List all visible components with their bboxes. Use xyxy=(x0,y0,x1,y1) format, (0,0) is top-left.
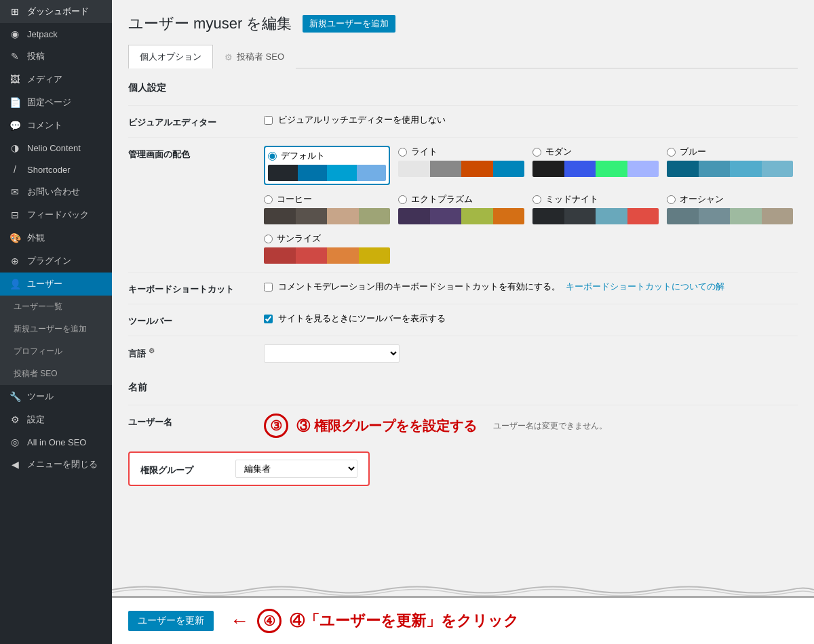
sidebar-item-jetpack[interactable]: ◉ Jetpack xyxy=(0,23,112,45)
section-personal-settings: 個人設定 xyxy=(128,82,798,94)
tab-personal[interactable]: 個人オプション xyxy=(128,45,213,68)
language-icon: ⚙ xyxy=(149,347,155,355)
sidebar-item-pages[interactable]: 📄 固定ページ xyxy=(0,91,112,114)
settings-icon: ⚙ xyxy=(8,414,22,425)
midnight-swatches xyxy=(532,208,659,224)
light-swatches xyxy=(398,161,524,177)
color-scheme-blue[interactable]: ブルー xyxy=(667,146,793,185)
tools-icon: 🔧 xyxy=(8,391,22,402)
toolbar-label: ツールバー xyxy=(128,313,264,327)
color-scheme-ocean-radio[interactable] xyxy=(667,195,676,204)
update-user-button[interactable]: ユーザーを更新 xyxy=(128,611,214,631)
color-scheme-default-radio[interactable] xyxy=(268,152,277,161)
color-scheme-modern[interactable]: モダン xyxy=(532,146,659,185)
comments-icon: 💬 xyxy=(8,120,22,131)
pages-icon: 📄 xyxy=(8,97,22,108)
visual-editor-control: ビジュアルリッチエディターを使用しない xyxy=(264,114,798,126)
sidebar-item-user-list[interactable]: ユーザー一覧 xyxy=(0,296,112,318)
blue-swatches xyxy=(667,161,793,177)
tab-seo[interactable]: ⚙ 投稿者 SEO xyxy=(213,45,296,68)
sidebar-item-aioseo[interactable]: ◎ All in One SEO xyxy=(0,431,112,453)
color-scheme-coffee[interactable]: コーヒー xyxy=(264,193,390,224)
sidebar-item-feedback[interactable]: ⊟ フィードバック xyxy=(0,203,112,226)
color-scheme-midnight[interactable]: ミッドナイト xyxy=(532,193,659,224)
language-select[interactable]: サイトデフォルト 日本語 English xyxy=(264,344,400,363)
coffee-swatches xyxy=(264,208,390,224)
visual-editor-checkbox[interactable] xyxy=(264,116,273,125)
ocean-swatches xyxy=(667,208,793,224)
page-title: ユーザー myuser を編集 xyxy=(128,14,292,34)
toolbar-checkbox[interactable] xyxy=(264,315,273,323)
color-scheme-ectoplasm-radio[interactable] xyxy=(398,195,407,204)
visual-editor-checkbox-label[interactable]: ビジュアルリッチエディターを使用しない xyxy=(264,114,798,126)
keyboard-label: キーボードショートカット xyxy=(128,281,264,296)
color-scheme-ocean[interactable]: オーシャン xyxy=(667,193,793,224)
color-scheme-sunrise-radio[interactable] xyxy=(264,235,273,243)
color-scheme-ectoplasm[interactable]: エクトプラズム xyxy=(398,193,524,224)
role-select[interactable]: 編集者 管理者 著者 寄稿者 購読者 xyxy=(235,460,357,478)
posts-icon: ✎ xyxy=(8,51,22,62)
toolbar-row: ツールバー サイトを見るときにツールバーを表示する xyxy=(128,304,798,336)
keyboard-help-link[interactable]: キーボードショートカットについての解 xyxy=(566,281,724,293)
sidebar-item-plugins[interactable]: ⊕ プラグイン xyxy=(0,249,112,273)
color-scheme-light[interactable]: ライト xyxy=(398,146,524,185)
role-control: 編集者 管理者 著者 寄稿者 購読者 xyxy=(235,460,357,478)
color-scheme-coffee-radio[interactable] xyxy=(264,195,273,204)
role-label: 権限グループ xyxy=(140,462,222,477)
annotation-step4-badge: ④ xyxy=(257,609,282,633)
username-label: ユーザー名 xyxy=(128,414,264,428)
sidebar-item-dashboard[interactable]: ⊞ ダッシュボード xyxy=(0,0,112,23)
dashboard-icon: ⊞ xyxy=(8,6,22,17)
add-user-button[interactable]: 新規ユーザーを追加 xyxy=(303,15,395,33)
annotation-step4-container: ← ④ ④「ユーザーを更新」をクリック xyxy=(230,609,519,633)
keyboard-control: コメントモデレーション用のキーボードショートカットを有効にする。 キーボードショ… xyxy=(264,281,798,293)
annotation-step3-badge: ③ xyxy=(264,414,288,438)
keyboard-checkbox-label[interactable]: コメントモデレーション用のキーボードショートカットを有効にする。 キーボードショ… xyxy=(264,281,798,293)
sidebar-item-profile[interactable]: プロフィール xyxy=(0,340,112,363)
language-control: サイトデフォルト 日本語 English xyxy=(264,344,798,363)
username-control: ③ ③ 権限グループをを設定する ユーザー名は変更できません。 xyxy=(264,414,798,438)
sidebar-item-posts[interactable]: ✎ 投稿 xyxy=(0,45,112,68)
color-scheme-blue-radio[interactable] xyxy=(667,148,676,157)
page-content: ユーザー myuser を編集 新規ユーザーを追加 個人オプション ⚙ 投稿者 … xyxy=(112,0,814,584)
color-scheme-modern-radio[interactable] xyxy=(532,148,541,157)
sidebar-item-contact[interactable]: ✉ お問い合わせ xyxy=(0,180,112,203)
page-title-row: ユーザー myuser を編集 新規ユーザーを追加 xyxy=(128,14,798,34)
users-icon: 👤 xyxy=(8,279,22,289)
toolbar-checkbox-label[interactable]: サイトを見るときにツールバーを表示する xyxy=(264,313,798,325)
keyboard-row: キーボードショートカット コメントモデレーション用のキーボードショートカットを有… xyxy=(128,272,798,304)
sunrise-swatches xyxy=(264,247,390,264)
keyboard-checkbox[interactable] xyxy=(264,283,273,291)
aioseo-icon: ◎ xyxy=(8,437,22,447)
annotation-step3-text: ③ 権限グループをを設定する xyxy=(296,417,477,435)
color-scheme-sunrise[interactable]: サンライズ xyxy=(264,233,390,264)
sidebar-item-tools[interactable]: 🔧 ツール xyxy=(0,385,112,408)
sidebar-item-author-seo[interactable]: 投稿者 SEO xyxy=(0,363,112,385)
section-name-title: 名前 xyxy=(128,382,798,394)
color-scheme-midnight-radio[interactable] xyxy=(532,195,541,204)
sidebar-item-media[interactable]: 🖼 メディア xyxy=(0,68,112,91)
jetpack-icon: ◉ xyxy=(8,28,22,39)
color-scheme-default[interactable]: デフォルト xyxy=(264,146,390,185)
admin-color-control: デフォルト ライト xyxy=(264,146,798,264)
close-menu-icon: ◀ xyxy=(8,459,22,470)
color-scheme-light-radio[interactable] xyxy=(398,148,407,157)
media-icon: 🖼 xyxy=(8,74,22,85)
sidebar-item-nelio[interactable]: ◑ Nelio Content xyxy=(0,137,112,159)
role-section-box: 権限グループ 編集者 管理者 著者 寄稿者 購読者 xyxy=(128,451,370,486)
nelio-icon: ◑ xyxy=(8,142,22,153)
modern-swatches xyxy=(532,161,659,177)
sidebar-item-appearance[interactable]: 🎨 外観 xyxy=(0,226,112,249)
admin-color-row: 管理画面の配色 デフォルト xyxy=(128,137,798,272)
annotation-step3-container: ③ ③ 権限グループをを設定する xyxy=(264,414,477,438)
sidebar-item-settings[interactable]: ⚙ 設定 xyxy=(0,408,112,431)
sidebar-item-add-user[interactable]: 新規ユーザーを追加 xyxy=(0,318,112,340)
sidebar-item-close-menu[interactable]: ◀ メニューを閉じる xyxy=(0,453,112,476)
toolbar-control: サイトを見るときにツールバーを表示する xyxy=(264,313,798,325)
sidebar-item-shortcoder[interactable]: / Shortcoder xyxy=(0,159,112,180)
sidebar-item-users[interactable]: 👤 ユーザー xyxy=(0,273,112,296)
visual-editor-label: ビジュアルエディター xyxy=(128,114,264,129)
visual-editor-row: ビジュアルエディター ビジュアルリッチエディターを使用しない xyxy=(128,105,798,137)
language-row: 言語 ⚙ サイトデフォルト 日本語 English xyxy=(128,336,798,371)
sidebar-item-comments[interactable]: 💬 コメント xyxy=(0,114,112,137)
